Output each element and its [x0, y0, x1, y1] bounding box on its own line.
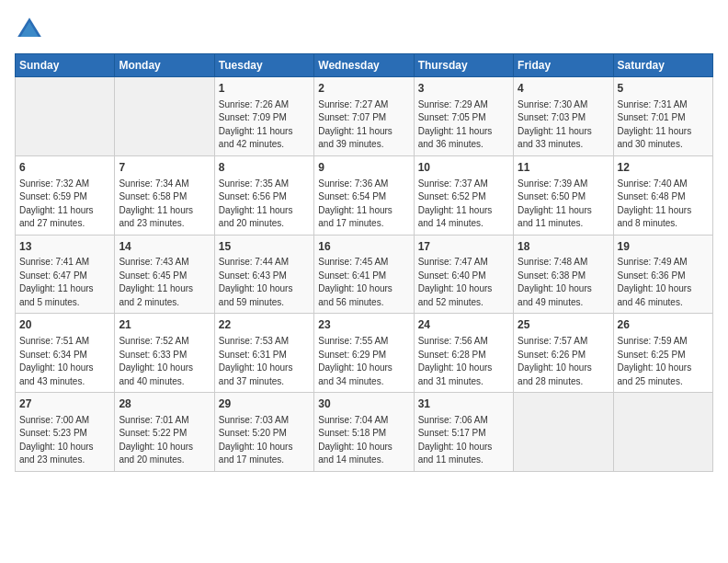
day-info: Sunrise: 7:31 AM Sunset: 7:01 PM Dayligh… [618, 98, 709, 152]
calendar-cell: 2Sunrise: 7:27 AM Sunset: 7:07 PM Daylig… [314, 77, 414, 156]
calendar-cell [16, 77, 115, 156]
day-number: 5 [618, 81, 709, 97]
calendar-cell: 16Sunrise: 7:45 AM Sunset: 6:41 PM Dayli… [314, 235, 414, 314]
calendar-cell: 25Sunrise: 7:57 AM Sunset: 6:26 PM Dayli… [514, 314, 613, 393]
day-number: 27 [19, 396, 110, 412]
day-info: Sunrise: 7:01 AM Sunset: 5:22 PM Dayligh… [119, 414, 210, 467]
day-info: Sunrise: 7:45 AM Sunset: 6:41 PM Dayligh… [318, 256, 409, 309]
day-info: Sunrise: 7:49 AM Sunset: 6:36 PM Dayligh… [618, 256, 709, 309]
day-number: 17 [418, 239, 509, 255]
calendar-cell: 9Sunrise: 7:36 AM Sunset: 6:54 PM Daylig… [314, 155, 414, 235]
day-info: Sunrise: 7:55 AM Sunset: 6:29 PM Dayligh… [318, 335, 409, 388]
calendar-cell: 26Sunrise: 7:59 AM Sunset: 6:25 PM Dayli… [613, 314, 712, 393]
page-header [15, 15, 713, 44]
logo [15, 15, 48, 44]
day-number: 28 [119, 396, 210, 412]
day-info: Sunrise: 7:03 AM Sunset: 5:20 PM Dayligh… [219, 414, 310, 467]
calendar-cell: 28Sunrise: 7:01 AM Sunset: 5:22 PM Dayli… [115, 393, 214, 472]
day-info: Sunrise: 7:52 AM Sunset: 6:33 PM Dayligh… [119, 335, 210, 388]
day-number: 4 [518, 81, 609, 97]
calendar-cell [613, 393, 712, 472]
day-info: Sunrise: 7:37 AM Sunset: 6:52 PM Dayligh… [418, 178, 509, 231]
day-info: Sunrise: 7:56 AM Sunset: 6:28 PM Dayligh… [418, 335, 509, 388]
calendar-week-4: 20Sunrise: 7:51 AM Sunset: 6:34 PM Dayli… [16, 314, 713, 393]
day-number: 22 [219, 317, 310, 333]
day-info: Sunrise: 7:29 AM Sunset: 7:05 PM Dayligh… [418, 98, 509, 152]
calendar-cell: 31Sunrise: 7:06 AM Sunset: 5:17 PM Dayli… [414, 393, 513, 472]
calendar-cell: 5Sunrise: 7:31 AM Sunset: 7:01 PM Daylig… [613, 77, 712, 156]
day-number: 15 [219, 239, 310, 255]
day-number: 9 [318, 160, 409, 176]
calendar-header-monday: Monday [115, 54, 214, 77]
calendar-cell: 10Sunrise: 7:37 AM Sunset: 6:52 PM Dayli… [414, 155, 513, 235]
calendar-cell: 21Sunrise: 7:52 AM Sunset: 6:33 PM Dayli… [115, 314, 214, 393]
day-number: 23 [318, 317, 409, 333]
calendar-cell: 15Sunrise: 7:44 AM Sunset: 6:43 PM Dayli… [214, 235, 313, 314]
calendar-cell: 24Sunrise: 7:56 AM Sunset: 6:28 PM Dayli… [414, 314, 513, 393]
day-info: Sunrise: 7:30 AM Sunset: 7:03 PM Dayligh… [518, 98, 609, 152]
calendar-cell: 12Sunrise: 7:40 AM Sunset: 6:48 PM Dayli… [613, 155, 712, 235]
calendar-cell: 13Sunrise: 7:41 AM Sunset: 6:47 PM Dayli… [16, 235, 115, 314]
day-info: Sunrise: 7:48 AM Sunset: 6:38 PM Dayligh… [518, 256, 609, 309]
day-info: Sunrise: 7:35 AM Sunset: 6:56 PM Dayligh… [219, 178, 310, 231]
calendar-cell: 8Sunrise: 7:35 AM Sunset: 6:56 PM Daylig… [214, 155, 313, 235]
day-number: 12 [618, 160, 709, 176]
calendar-cell [514, 393, 613, 472]
day-info: Sunrise: 7:59 AM Sunset: 6:25 PM Dayligh… [618, 335, 709, 388]
calendar-cell: 19Sunrise: 7:49 AM Sunset: 6:36 PM Dayli… [613, 235, 712, 314]
day-info: Sunrise: 7:26 AM Sunset: 7:09 PM Dayligh… [219, 98, 310, 152]
calendar-header-row: SundayMondayTuesdayWednesdayThursdayFrid… [16, 54, 713, 77]
day-info: Sunrise: 7:57 AM Sunset: 6:26 PM Dayligh… [518, 335, 609, 388]
day-number: 24 [418, 317, 509, 333]
day-info: Sunrise: 7:51 AM Sunset: 6:34 PM Dayligh… [19, 335, 110, 388]
calendar-cell: 18Sunrise: 7:48 AM Sunset: 6:38 PM Dayli… [514, 235, 613, 314]
day-number: 21 [119, 317, 210, 333]
calendar-cell: 14Sunrise: 7:43 AM Sunset: 6:45 PM Dayli… [115, 235, 214, 314]
day-info: Sunrise: 7:06 AM Sunset: 5:17 PM Dayligh… [418, 414, 509, 467]
day-info: Sunrise: 7:32 AM Sunset: 6:59 PM Dayligh… [19, 178, 110, 231]
calendar-header-sunday: Sunday [16, 54, 115, 77]
calendar-cell: 20Sunrise: 7:51 AM Sunset: 6:34 PM Dayli… [16, 314, 115, 393]
day-number: 25 [518, 317, 609, 333]
day-number: 1 [219, 81, 310, 97]
day-info: Sunrise: 7:41 AM Sunset: 6:47 PM Dayligh… [19, 256, 110, 309]
day-number: 19 [618, 239, 709, 255]
day-info: Sunrise: 7:27 AM Sunset: 7:07 PM Dayligh… [318, 98, 409, 152]
day-number: 13 [19, 239, 110, 255]
calendar-cell: 11Sunrise: 7:39 AM Sunset: 6:50 PM Dayli… [514, 155, 613, 235]
calendar-cell: 27Sunrise: 7:00 AM Sunset: 5:23 PM Dayli… [16, 393, 115, 472]
day-number: 20 [19, 317, 110, 333]
day-number: 3 [418, 81, 509, 97]
calendar-header-wednesday: Wednesday [314, 54, 414, 77]
calendar-week-3: 13Sunrise: 7:41 AM Sunset: 6:47 PM Dayli… [16, 235, 713, 314]
day-info: Sunrise: 7:47 AM Sunset: 6:40 PM Dayligh… [418, 256, 509, 309]
calendar-header-friday: Friday [514, 54, 613, 77]
day-info: Sunrise: 7:43 AM Sunset: 6:45 PM Dayligh… [119, 256, 210, 309]
day-info: Sunrise: 7:53 AM Sunset: 6:31 PM Dayligh… [219, 335, 310, 388]
day-info: Sunrise: 7:04 AM Sunset: 5:18 PM Dayligh… [318, 414, 409, 467]
calendar-week-2: 6Sunrise: 7:32 AM Sunset: 6:59 PM Daylig… [16, 155, 713, 235]
calendar-cell: 29Sunrise: 7:03 AM Sunset: 5:20 PM Dayli… [214, 393, 313, 472]
logo-icon [15, 15, 44, 44]
day-number: 31 [418, 396, 509, 412]
day-info: Sunrise: 7:39 AM Sunset: 6:50 PM Dayligh… [518, 178, 609, 231]
calendar-cell: 6Sunrise: 7:32 AM Sunset: 6:59 PM Daylig… [16, 155, 115, 235]
day-number: 18 [518, 239, 609, 255]
calendar-cell: 7Sunrise: 7:34 AM Sunset: 6:58 PM Daylig… [115, 155, 214, 235]
calendar-cell [115, 77, 214, 156]
day-number: 2 [318, 81, 409, 97]
day-number: 7 [119, 160, 210, 176]
day-number: 14 [119, 239, 210, 255]
day-number: 8 [219, 160, 310, 176]
calendar-cell: 3Sunrise: 7:29 AM Sunset: 7:05 PM Daylig… [414, 77, 513, 156]
day-number: 16 [318, 239, 409, 255]
calendar-cell: 17Sunrise: 7:47 AM Sunset: 6:40 PM Dayli… [414, 235, 513, 314]
day-number: 26 [618, 317, 709, 333]
day-number: 30 [318, 396, 409, 412]
day-number: 29 [219, 396, 310, 412]
day-info: Sunrise: 7:00 AM Sunset: 5:23 PM Dayligh… [19, 414, 110, 467]
calendar-cell: 30Sunrise: 7:04 AM Sunset: 5:18 PM Dayli… [314, 393, 414, 472]
day-number: 6 [19, 160, 110, 176]
calendar-cell: 4Sunrise: 7:30 AM Sunset: 7:03 PM Daylig… [514, 77, 613, 156]
day-info: Sunrise: 7:40 AM Sunset: 6:48 PM Dayligh… [618, 178, 709, 231]
